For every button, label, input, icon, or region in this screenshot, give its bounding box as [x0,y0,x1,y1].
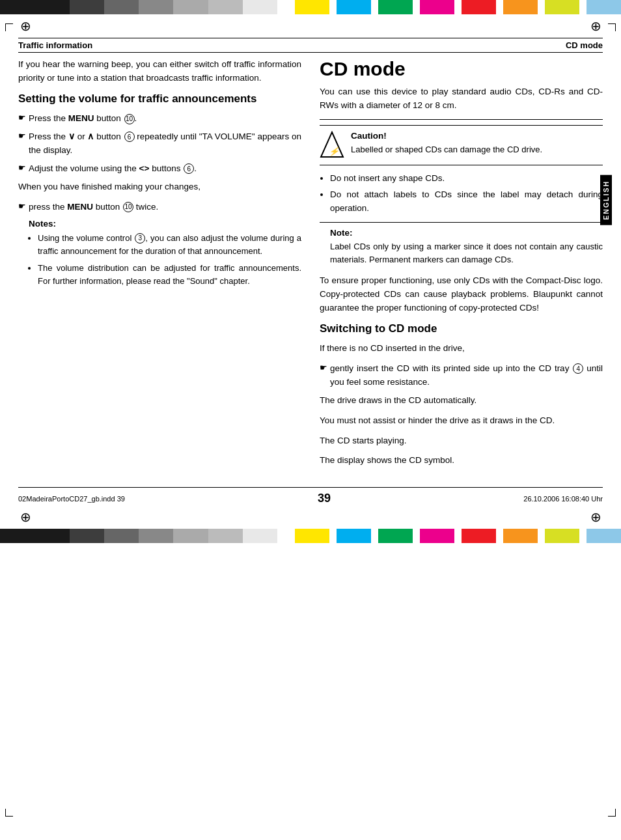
section2-intro: If there is no CD inserted in the drive, [320,342,603,356]
note-box: Note: Label CDs only by using a marker s… [320,228,603,266]
step3-circle: 6 [184,163,194,174]
caution-box: ⚡ Caution! Labelled or shaped CDs can da… [320,125,603,165]
last-step-item: ☛ press the MENU button 10 twice. [18,201,301,214]
note-item-1: Using the volume control 3, you can also… [38,232,301,258]
note1-circle: 3 [135,233,145,244]
cd-insert-text: gently insert the CD with its printed si… [330,362,603,389]
step3-bold: <> [139,163,150,173]
crosshair-left [18,19,33,33]
caution-title: Caution! [351,131,603,141]
crosshair-row-bottom [0,505,621,529]
arrow-bullet-2: ☛ [18,131,26,141]
arrow-bullet-cd: ☛ [320,363,327,372]
step1-circle: 10 [124,114,135,124]
when-text: When you have finished making your chang… [18,180,301,194]
step1-item: ☛ Press the MENU button 10. [18,112,301,126]
header-line: Traffic information CD mode [18,38,603,53]
color-bar-top [0,0,621,14]
step2-bold2: ∧ [87,132,94,141]
footer-date: 26.10.2006 16:08:40 Uhr [523,495,603,503]
cd-bullet-1: Do not insert any shape CDs. [330,172,603,186]
outcome-4: The display shows the CD symbol. [320,454,603,468]
step2-bold1: ∨ [68,132,75,141]
caution-text: Labelled or shaped CDs can damage the CD… [351,143,603,156]
corner-mark-br [608,809,616,817]
step2-circle: 6 [124,132,135,142]
header-right: CD mode [566,40,603,50]
notes-title: Notes: [29,219,301,229]
english-tab: ENGLISH [600,175,612,225]
note-text: Label CDs only by using a marker since i… [330,240,603,266]
last-step-text: press the MENU button 10 twice. [29,201,158,214]
step2-item: ☛ Press the ∨ or ∧ button 6 repeatedly u… [18,130,301,158]
arrow-bullet-3: ☛ [18,163,26,173]
footer: 02MadeiraPortoCD27_gb.indd 39 39 26.10.2… [18,487,603,505]
last-step-bold: MENU [67,202,93,212]
cd-bullet-list: Do not insert any shape CDs. Do not atta… [330,172,603,216]
corner-mark-bl [5,809,13,817]
cd-body2: To ensure proper functioning, use only C… [320,274,603,315]
notes-box: Notes: Using the volume control 3, you c… [29,219,301,288]
right-column: ENGLISH CD mode You can use this device … [320,58,603,474]
note-item-2: The volume distribution can be adjusted … [38,262,301,288]
arrow-bullet-1: ☛ [18,113,26,122]
notes-list: Using the volume control 3, you can also… [38,232,301,288]
header-left: Traffic information [18,40,92,50]
last-step-circle: 10 [123,202,133,212]
two-col-layout: If you hear the warning beep, you can ei… [18,58,603,474]
corner-mark-tr [608,23,616,31]
caution-content: Caution! Labelled or shaped CDs can dama… [351,131,603,156]
left-intro-text: If you hear the warning beep, you can ei… [18,58,301,85]
left-column: If you hear the warning beep, you can ei… [18,58,301,474]
outcome-2: You must not assist or hinder the drive … [320,414,603,428]
cd-circle: 4 [573,363,583,374]
cd-mode-intro: You can use this device to play standard… [320,85,603,113]
divider-1 [320,119,603,120]
note-title: Note: [330,228,603,238]
cd-insert-step: ☛ gently insert the CD with its printed … [320,362,603,389]
cd-bullet-2: Do not attach labels to CDs since the la… [330,188,603,216]
arrow-bullet-4: ☛ [18,201,26,211]
traffic-section-heading: Setting the volume for traffic announcem… [18,92,301,105]
outcome-3: The CD starts playing. [320,434,603,448]
switching-heading: Switching to CD mode [320,322,603,335]
page-number: 39 [318,492,331,505]
crosshair-bottom-right [588,510,603,524]
step3-text: Adjust the volume using the <> buttons 6… [29,162,197,176]
corner-mark-tl [5,23,13,31]
color-bar-bottom [0,529,621,543]
cd-mode-title: CD mode [320,58,603,80]
footer-file: 02MadeiraPortoCD27_gb.indd 39 [18,495,125,503]
svg-text:⚡: ⚡ [328,146,342,157]
step1-text: Press the MENU button 10. [29,112,137,126]
step1-bold: MENU [68,113,94,123]
step3-item: ☛ Adjust the volume using the <> buttons… [18,162,301,176]
crosshair-right [588,19,603,33]
outcome-1: The drive draws in the CD automatically. [320,394,603,408]
crosshair-row [0,14,621,38]
caution-icon: ⚡ [320,131,344,160]
step2-text: Press the ∨ or ∧ button 6 repeatedly unt… [29,130,301,158]
divider-2 [320,222,603,223]
crosshair-bottom-left [18,510,33,524]
